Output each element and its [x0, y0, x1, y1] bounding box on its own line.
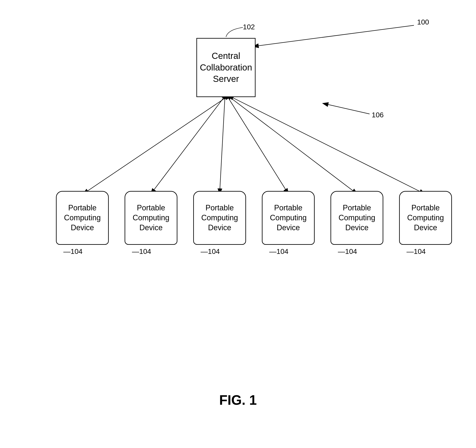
- device-6-label: PortableComputingDevice: [407, 203, 444, 233]
- device-2-ref: —104: [132, 247, 151, 256]
- svg-line-5: [323, 103, 369, 114]
- device-3-label: PortableComputingDevice: [201, 203, 238, 233]
- svg-line-6: [83, 97, 226, 194]
- figure-caption: FIG. 1: [219, 392, 257, 408]
- device-5-label: PortableComputingDevice: [339, 203, 375, 233]
- diagram-ref-label: 100: [417, 18, 429, 26]
- svg-line-10: [230, 97, 357, 194]
- device-6-ref: —104: [407, 247, 426, 256]
- device-1: PortableComputingDevice: [56, 191, 109, 245]
- svg-line-8: [220, 97, 225, 194]
- svg-line-9: [228, 97, 288, 194]
- device-4-ref: —104: [269, 247, 289, 256]
- svg-line-4: [253, 25, 414, 46]
- diagram-container: Central Collaboration Server 102 100 106…: [0, 0, 476, 448]
- server-label: Central Collaboration Server: [197, 50, 255, 85]
- device-3-ref: —104: [201, 247, 220, 256]
- device-4: PortableComputingDevice: [262, 191, 315, 245]
- device-4-label: PortableComputingDevice: [270, 203, 307, 233]
- device-1-label: PortableComputingDevice: [64, 203, 101, 233]
- svg-line-11: [232, 97, 425, 194]
- device-1-ref: —104: [63, 247, 83, 256]
- device-2: PortableComputingDevice: [125, 191, 177, 245]
- device-3: PortableComputingDevice: [193, 191, 246, 245]
- device-6: PortableComputingDevice: [399, 191, 452, 245]
- device-5: PortableComputingDevice: [330, 191, 383, 245]
- device-5-ref: —104: [338, 247, 357, 256]
- server-box: Central Collaboration Server: [196, 38, 255, 97]
- server-ref-label: 102: [243, 23, 255, 31]
- connection-ref-label: 106: [372, 111, 384, 119]
- svg-line-7: [151, 97, 224, 194]
- device-2-label: PortableComputingDevice: [133, 203, 169, 233]
